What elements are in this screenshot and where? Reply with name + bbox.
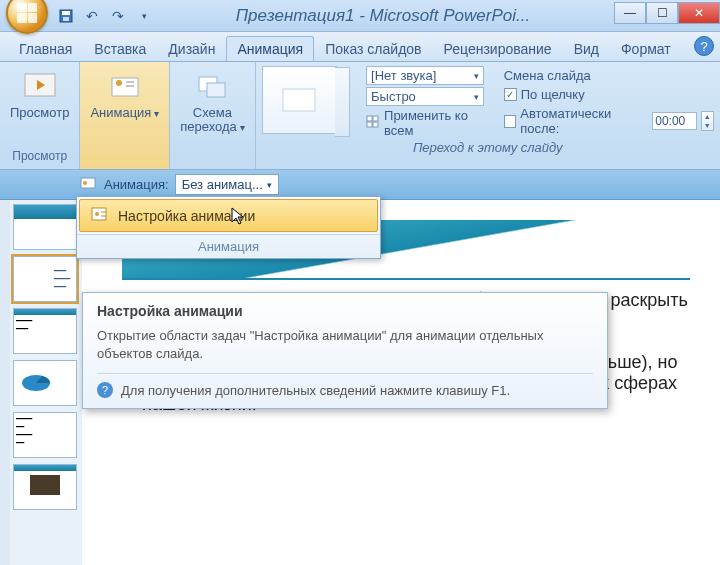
anim-icon (80, 175, 98, 194)
outline-rail (0, 200, 10, 565)
tab-slideshow[interactable]: Показ слайдов (314, 36, 432, 61)
save-icon[interactable] (58, 8, 74, 24)
custom-animation-label: Настройка анимации (118, 208, 255, 224)
tab-view[interactable]: Вид (563, 36, 610, 61)
transition-scheme-button[interactable]: Схема перехода (178, 66, 246, 137)
thumbnail-6[interactable] (13, 464, 77, 510)
animation-menu-section: Анимация (77, 234, 380, 258)
ribbon-tabs: Главная Вставка Дизайн Анимация Показ сл… (0, 32, 720, 62)
thumbnail-3[interactable]: ━━━━━━━ (13, 308, 77, 354)
svg-rect-9 (283, 89, 315, 111)
tab-animation[interactable]: Анимация (226, 36, 314, 61)
office-button[interactable] (6, 0, 48, 34)
svg-rect-2 (63, 17, 69, 21)
thumbnail-2[interactable]: ━━━━━━━━━━ (13, 256, 77, 302)
svg-point-18 (95, 212, 99, 216)
quick-access-toolbar: ↶ ↷ ▾ (58, 8, 152, 24)
custom-animation-icon (90, 206, 110, 225)
tab-review[interactable]: Рецензирование (433, 36, 563, 61)
help-button[interactable]: ? (694, 36, 714, 56)
checkbox-empty-icon[interactable] (504, 115, 517, 128)
on-click-label: По щелчку (521, 87, 585, 102)
svg-point-6 (116, 80, 122, 86)
title-bar: ↶ ↷ ▾ Презентация1 - Microsoft PowerPoi.… (0, 0, 720, 32)
custom-animation-item[interactable]: Настройка анимации (79, 199, 378, 232)
tab-design[interactable]: Дизайн (157, 36, 226, 61)
slide-thumbnails: ━━━━━━━━━━ ━━━━━━━ ━━━━━━━━━━━━ (10, 200, 82, 565)
tooltip: Настройка анимации Открытие области зада… (82, 292, 608, 409)
svg-rect-10 (367, 116, 372, 121)
anim-label: Анимация: (104, 177, 169, 192)
preview-button[interactable]: Просмотр (8, 66, 71, 122)
group-transition-label: Переход к этому слайду (262, 138, 714, 157)
close-button[interactable]: ✕ (678, 2, 720, 24)
tooltip-help: Для получения дополнительных сведений на… (121, 383, 510, 398)
svg-rect-5 (112, 78, 138, 96)
animation-icon (107, 68, 143, 104)
svg-rect-12 (367, 122, 372, 127)
group-animation: Анимация (80, 62, 170, 169)
change-slide-title: Смена слайда (504, 68, 714, 83)
svg-rect-11 (373, 116, 378, 121)
auto-after-time[interactable]: 00:00 (652, 112, 696, 130)
qat-dropdown-icon[interactable]: ▾ (136, 8, 152, 24)
preview-label: Просмотр (10, 106, 69, 120)
tooltip-title: Настройка анимации (97, 303, 593, 319)
group-transition: [Нет звука]▾ Быстро▾ Применить ко всем С… (256, 62, 720, 169)
group-preview-label: Просмотр (12, 149, 67, 165)
animation-dropdown[interactable]: Анимация (88, 66, 161, 123)
svg-rect-13 (373, 122, 378, 127)
tab-format[interactable]: Формат (610, 36, 682, 61)
sound-value: [Нет звука] (371, 68, 436, 83)
animation-label: Анимация (90, 106, 159, 121)
svg-rect-1 (62, 11, 70, 15)
anim-preset-select[interactable]: Без анимац... ▾ (175, 174, 279, 195)
redo-icon[interactable]: ↷ (110, 8, 126, 24)
chevron-down-icon: ▾ (267, 180, 272, 190)
thumbnail-4[interactable] (13, 360, 77, 406)
window-buttons: — ☐ ✕ (614, 7, 720, 24)
on-click-checkbox[interactable]: ✓ По щелчку (504, 87, 714, 102)
tab-insert[interactable]: Вставка (83, 36, 157, 61)
ribbon: Просмотр Просмотр Анимация Схема переход… (0, 62, 720, 170)
tab-home[interactable]: Главная (8, 36, 83, 61)
transition-scheme-icon (194, 68, 230, 104)
auto-after-label: Автоматически после: (520, 106, 648, 136)
group-animation-label (123, 149, 126, 165)
transition-scheme-label: Схема перехода (180, 106, 244, 135)
speed-value: Быстро (371, 89, 416, 104)
animation-menu: Настройка анимации Анимация (76, 196, 381, 259)
group-scheme: Схема перехода (170, 62, 255, 169)
undo-icon[interactable]: ↶ (84, 8, 100, 24)
group-preview: Просмотр Просмотр (0, 62, 80, 169)
window-title: Презентация1 - Microsoft PowerPoi... (152, 6, 614, 26)
help-icon: ? (97, 382, 113, 398)
svg-rect-8 (207, 83, 225, 97)
preview-icon (22, 68, 58, 104)
transition-gallery[interactable] (262, 66, 337, 134)
apply-icon (366, 115, 380, 132)
anim-preset-value: Без анимац... (182, 177, 263, 192)
minimize-button[interactable]: — (614, 2, 646, 24)
apply-to-all-button[interactable]: Применить ко всем (366, 108, 496, 138)
apply-to-all-label: Применить ко всем (384, 108, 496, 138)
thumbnail-5[interactable]: ━━━━━━━━━━━━ (13, 412, 77, 458)
checkbox-checked-icon: ✓ (504, 88, 517, 101)
speed-select[interactable]: Быстро▾ (366, 87, 484, 106)
thumbnail-1[interactable] (13, 204, 77, 250)
tooltip-body: Открытие области задач "Настройка анимац… (97, 327, 593, 363)
svg-point-15 (83, 181, 87, 185)
time-spinner[interactable]: ▲▼ (701, 111, 714, 131)
sound-select[interactable]: [Нет звука]▾ (366, 66, 484, 85)
maximize-button[interactable]: ☐ (646, 2, 678, 24)
